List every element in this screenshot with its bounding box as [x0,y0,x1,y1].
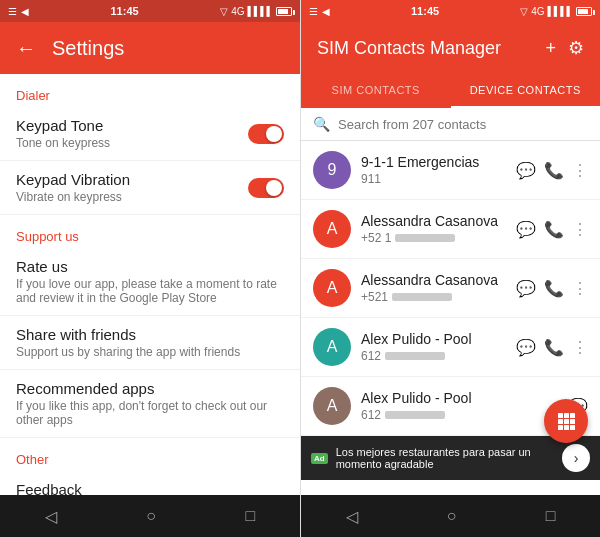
signal-strength-icon: ▌▌▌▌ [247,6,273,16]
contacts-list: 9 9-1-1 Emergencias 911 💬 📞 ⋮ A Alessand… [301,141,600,495]
nav-home-icon[interactable]: ○ [146,507,156,525]
more-icon[interactable]: ⋮ [572,338,588,357]
right-panel: ☰ ◀ 11:45 ▽ 4G ▌▌▌▌ SIM Contacts Manager… [300,0,600,537]
status-time-right: 11:45 [411,5,439,17]
svg-rect-7 [564,425,569,430]
add-contact-button[interactable]: + [545,38,556,59]
keypad-vibration-toggle[interactable] [248,178,284,198]
nav-recent-icon[interactable]: □ [246,507,256,525]
setting-share-friends[interactable]: Share with friends Support us by sharing… [0,316,300,370]
svg-rect-4 [564,419,569,424]
message-icon[interactable]: 💬 [516,220,536,239]
avatar: 9 [313,151,351,189]
keypad-tone-subtitle: Tone on keypress [16,136,248,150]
search-bar: 🔍 [301,108,600,141]
menu-icon-right: ☰ [309,6,318,17]
list-item[interactable]: 9 9-1-1 Emergencias 911 💬 📞 ⋮ [301,141,600,200]
contact-actions: 💬 📞 ⋮ [516,279,588,298]
more-icon[interactable]: ⋮ [572,279,588,298]
call-icon[interactable]: 📞 [544,279,564,298]
header-actions: + ⚙ [545,37,584,59]
call-icon[interactable]: 📞 [544,338,564,357]
svg-rect-8 [570,425,575,430]
wifi-icon: ▽ [220,6,228,17]
svg-rect-2 [570,413,575,418]
avatar: A [313,210,351,248]
avatar: A [313,328,351,366]
status-icons-right-left: ▽ 4G ▌▌▌▌ [220,6,292,17]
signal-strength-right: ▌▌▌▌ [547,6,573,16]
nav-back-icon[interactable]: ◁ [45,507,57,526]
ad-arrow[interactable]: › [562,444,590,472]
contact-number: +52 1 [361,231,506,245]
settings-button[interactable]: ⚙ [568,37,584,59]
share-friends-title: Share with friends [16,326,284,343]
keypad-tone-title: Keypad Tone [16,117,248,134]
setting-recommended-apps[interactable]: Recommended apps If you like this app, d… [0,370,300,438]
contact-name: Alessandra Casanova [361,213,506,229]
number-redacted [385,411,445,419]
status-icons-left-right: ☰ ◀ [309,6,330,17]
list-item[interactable]: A Alessandra Casanova +52 1 💬 📞 ⋮ [301,200,600,259]
contact-name: Alex Pulido - Pool [361,390,558,406]
contact-name: Alex Pulido - Pool [361,331,506,347]
share-friends-subtitle: Support us by sharing the app with frien… [16,345,284,359]
signal-bars-icon: 4G [231,6,244,17]
ad-banner[interactable]: Ad Los mejores restaurantes para pasar u… [301,436,600,480]
nav-home-icon-right[interactable]: ○ [447,507,457,525]
tab-device-contacts[interactable]: DEVICE CONTACTS [451,74,601,108]
keypad-vibration-title: Keypad Vibration [16,171,248,188]
message-icon[interactable]: 💬 [516,338,536,357]
message-icon[interactable]: 💬 [516,161,536,180]
nav-bar-left: ◁ ○ □ [0,495,300,537]
fab-button[interactable] [544,399,588,443]
contacts-manager-title: SIM Contacts Manager [317,38,545,59]
contact-number: 612 [361,349,506,363]
section-other: Other [0,438,300,471]
nav-recent-icon-right[interactable]: □ [546,507,556,525]
list-item[interactable]: A Alex Pulido - Pool 612 💬 📞 ⋮ [301,318,600,377]
search-input[interactable] [338,117,588,132]
status-icons-left: ☰ ◀ [8,6,29,17]
more-icon[interactable]: ⋮ [572,161,588,180]
nav-bar-right: ◁ ○ □ [301,495,600,537]
message-icon[interactable]: 💬 [516,279,536,298]
setting-keypad-vibration[interactable]: Keypad Vibration Vibrate on keypress [0,161,300,215]
svg-rect-6 [558,425,563,430]
recommended-apps-subtitle: If you like this app, don't forget to ch… [16,399,284,427]
list-item[interactable]: A Alessandra Casanova +521 💬 📞 ⋮ [301,259,600,318]
left-panel: ☰ ◀ 11:45 ▽ 4G ▌▌▌▌ ← Settings Dialer Ke… [0,0,300,537]
menu-icon: ☰ [8,6,17,17]
status-time-left: 11:45 [111,5,139,17]
contact-number: 911 [361,172,506,186]
setting-feedback[interactable]: Feedback If you have any suggestions, qu… [0,471,300,495]
settings-content: Dialer Keypad Tone Tone on keypress Keyp… [0,74,300,495]
contact-number: 612 [361,408,558,422]
signal-icon-right: ◀ [322,6,330,17]
contact-name: Alessandra Casanova [361,272,506,288]
4g-icon-right: 4G [531,6,544,17]
signal-icon: ◀ [21,6,29,17]
rate-us-title: Rate us [16,258,284,275]
call-icon[interactable]: 📞 [544,161,564,180]
contact-name: 9-1-1 Emergencias [361,154,506,170]
back-button[interactable]: ← [16,37,36,60]
feedback-title: Feedback [16,481,284,495]
more-icon[interactable]: ⋮ [572,220,588,239]
setting-rate-us[interactable]: Rate us If you love our app, please take… [0,248,300,316]
keypad-tone-toggle[interactable] [248,124,284,144]
avatar: A [313,387,351,425]
section-support: Support us [0,215,300,248]
ad-label: Ad [311,453,328,464]
number-redacted [392,293,452,301]
nav-back-icon-right[interactable]: ◁ [346,507,358,526]
call-icon[interactable]: 📞 [544,220,564,239]
avatar: A [313,269,351,307]
svg-rect-3 [558,419,563,424]
tab-sim-contacts[interactable]: SIM CONTACTS [301,74,451,108]
tabs-bar: SIM CONTACTS DEVICE CONTACTS [301,74,600,108]
header-right: SIM Contacts Manager + ⚙ [301,22,600,74]
setting-keypad-tone[interactable]: Keypad Tone Tone on keypress [0,107,300,161]
battery-icon-right [576,7,592,16]
contact-number: +521 [361,290,506,304]
